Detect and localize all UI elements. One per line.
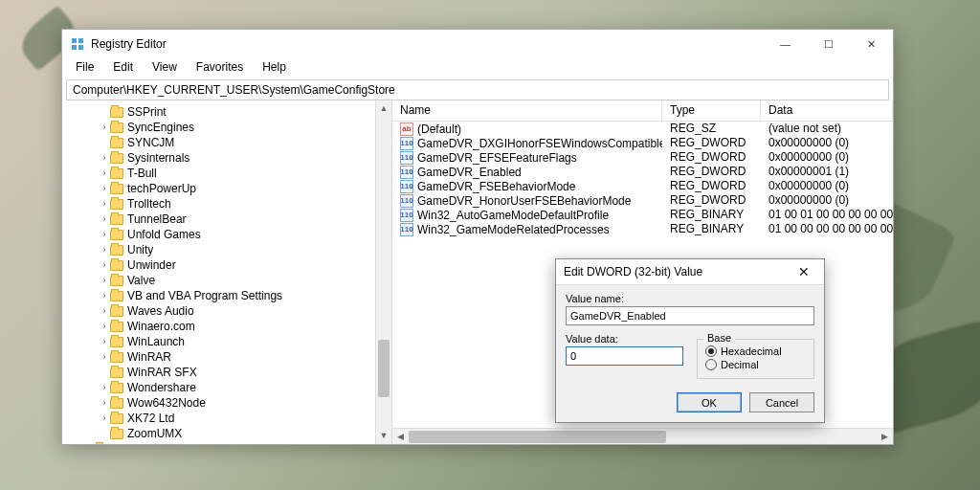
radio-icon bbox=[705, 345, 717, 357]
ok-button[interactable]: OK bbox=[677, 392, 742, 412]
expander-icon[interactable]: › bbox=[99, 319, 110, 334]
expander-icon[interactable]: ⌄ bbox=[83, 441, 95, 444]
tree-item[interactable]: ›Waves Audio bbox=[112, 303, 391, 319]
tree-pane[interactable]: SSPrint›SyncEnginesSYNCJM›Sysinternals›T… bbox=[62, 100, 392, 444]
expander-icon[interactable]: › bbox=[99, 242, 110, 257]
tree-label: Waves Audio bbox=[127, 303, 194, 319]
expander-icon[interactable]: › bbox=[99, 349, 110, 365]
value-name: GameDVR_FSEBehaviorMode bbox=[417, 180, 575, 193]
expander-icon[interactable]: › bbox=[99, 334, 110, 349]
tree-item[interactable]: ›VB and VBA Program Settings bbox=[112, 288, 391, 303]
expander-icon[interactable]: › bbox=[99, 227, 110, 242]
expander-icon[interactable]: › bbox=[99, 303, 110, 319]
expander-icon[interactable]: › bbox=[99, 120, 110, 135]
scroll-left-icon[interactable]: ◀ bbox=[392, 432, 409, 441]
tree-item[interactable]: ›T-Bull bbox=[112, 166, 391, 181]
expander-icon[interactable]: › bbox=[99, 181, 110, 196]
dialog-close-button[interactable]: ✕ bbox=[791, 264, 816, 279]
tree-label: Valve bbox=[127, 273, 155, 288]
list-row[interactable]: 110GameDVR_HonorUserFSEBehaviorModeREG_D… bbox=[392, 193, 893, 208]
tree-label: ZoomUMX bbox=[127, 426, 182, 441]
tree-label: TunnelBear bbox=[127, 212, 187, 227]
svg-rect-3 bbox=[78, 45, 83, 50]
tree-label: System bbox=[112, 441, 150, 444]
close-button[interactable]: ✕ bbox=[850, 31, 893, 57]
tree-item[interactable]: WinRAR SFX bbox=[112, 365, 391, 380]
list-row[interactable]: 110GameDVR_EnabledREG_DWORD0x00000001 (1… bbox=[392, 165, 893, 179]
menu-help[interactable]: Help bbox=[255, 58, 294, 78]
tree-item[interactable]: ›Unwinder bbox=[112, 257, 391, 273]
horizontal-scrollbar[interactable]: ◀ ▶ bbox=[392, 428, 893, 444]
tree-item[interactable]: ›Wondershare bbox=[112, 380, 391, 395]
expander-icon[interactable]: › bbox=[99, 380, 110, 395]
tree-item-system[interactable]: ⌄System ›CurrentControlSet bbox=[97, 441, 391, 444]
value-data-field[interactable] bbox=[566, 346, 683, 366]
tree-item[interactable]: ›Wow6432Node bbox=[112, 395, 391, 411]
tree-item[interactable]: ›XK72 Ltd bbox=[112, 411, 391, 426]
header-type[interactable]: Type bbox=[662, 100, 761, 121]
header-data[interactable]: Data bbox=[761, 100, 893, 121]
scroll-up-icon[interactable]: ▲ bbox=[376, 100, 391, 117]
list-row[interactable]: ab(Default)REG_SZ(value not set) bbox=[392, 122, 893, 136]
expander-icon[interactable]: › bbox=[99, 212, 110, 227]
binary-value-icon: 110 bbox=[400, 180, 413, 193]
window-title: Registry Editor bbox=[91, 37, 764, 51]
tree-item[interactable]: ZoomUMX bbox=[112, 426, 391, 441]
expander-icon[interactable]: › bbox=[99, 166, 110, 181]
scroll-down-icon[interactable]: ▼ bbox=[376, 428, 391, 444]
tree-item[interactable]: ›TunnelBear bbox=[112, 212, 391, 227]
tree-item[interactable]: ›Valve bbox=[112, 273, 391, 288]
expander-icon[interactable]: › bbox=[99, 150, 110, 166]
expander-icon[interactable]: › bbox=[99, 411, 110, 426]
tree-item[interactable]: ›WinRAR bbox=[112, 349, 391, 365]
tree-item[interactable]: ›SyncEngines bbox=[112, 120, 391, 135]
folder-icon bbox=[110, 122, 123, 133]
scroll-thumb[interactable] bbox=[378, 340, 390, 397]
minimize-button[interactable]: — bbox=[764, 31, 807, 57]
expander-icon[interactable]: › bbox=[99, 395, 110, 411]
tree-item[interactable]: ›Sysinternals bbox=[112, 150, 391, 166]
value-name: Win32_GameModeRelatedProcesses bbox=[417, 223, 610, 236]
scroll-thumb[interactable] bbox=[409, 431, 666, 443]
tree-label: Unwinder bbox=[127, 257, 176, 273]
expander-icon[interactable]: › bbox=[99, 273, 110, 288]
folder-icon bbox=[110, 184, 123, 194]
radio-decimal[interactable]: Decimal bbox=[705, 359, 806, 370]
cancel-button[interactable]: Cancel bbox=[749, 392, 814, 412]
menu-view[interactable]: View bbox=[145, 58, 185, 78]
value-name: GameDVR_HonorUserFSEBehaviorMode bbox=[417, 194, 631, 208]
tree-scrollbar[interactable]: ▲ ▼ bbox=[375, 100, 391, 444]
expander-icon[interactable]: › bbox=[99, 196, 110, 212]
tree-item[interactable]: ›techPowerUp bbox=[112, 181, 391, 196]
maximize-button[interactable]: ☐ bbox=[807, 31, 850, 57]
tree-item[interactable]: ›Winaero.com bbox=[112, 319, 391, 334]
string-value-icon: ab bbox=[400, 122, 413, 136]
list-row[interactable]: 110GameDVR_EFSEFeatureFlagsREG_DWORD0x00… bbox=[392, 150, 893, 165]
value-name-field[interactable] bbox=[566, 306, 814, 325]
menu-file[interactable]: File bbox=[68, 58, 101, 78]
tree-item[interactable]: ›Unfold Games bbox=[112, 227, 391, 242]
list-row[interactable]: 110GameDVR_FSEBehaviorModeREG_DWORD0x000… bbox=[392, 179, 893, 193]
list-row[interactable]: 110Win32_AutoGameModeDefaultProfileREG_B… bbox=[392, 208, 893, 222]
address-bar[interactable]: Computer\HKEY_CURRENT_USER\System\GameCo… bbox=[66, 79, 889, 100]
folder-icon bbox=[110, 168, 123, 179]
list-header: Name Type Data bbox=[392, 100, 893, 122]
expander-icon[interactable]: › bbox=[99, 288, 110, 303]
expander-icon[interactable]: › bbox=[99, 257, 110, 273]
tree-item[interactable]: ›Unity bbox=[112, 242, 391, 257]
list-row[interactable]: 110GameDVR_DXGIHonorFSEWindowsCompatible… bbox=[392, 136, 893, 150]
binary-value-icon: 110 bbox=[400, 209, 413, 222]
tree-item[interactable]: ›WinLaunch bbox=[112, 334, 391, 349]
tree-item[interactable]: SYNCJM bbox=[112, 135, 391, 150]
tree-item[interactable]: ›Trolltech bbox=[112, 196, 391, 212]
folder-icon bbox=[110, 230, 123, 240]
radio-hexadecimal[interactable]: Hexadecimal bbox=[705, 345, 806, 357]
header-name[interactable]: Name bbox=[392, 100, 662, 121]
menu-favorites[interactable]: Favorites bbox=[189, 58, 251, 78]
list-row[interactable]: 110Win32_GameModeRelatedProcessesREG_BIN… bbox=[392, 222, 893, 236]
tree-label: Unfold Games bbox=[127, 227, 201, 242]
menu-edit[interactable]: Edit bbox=[105, 58, 141, 78]
svg-rect-2 bbox=[72, 45, 77, 50]
tree-item[interactable]: SSPrint bbox=[112, 104, 391, 120]
scroll-right-icon[interactable]: ▶ bbox=[877, 432, 893, 441]
